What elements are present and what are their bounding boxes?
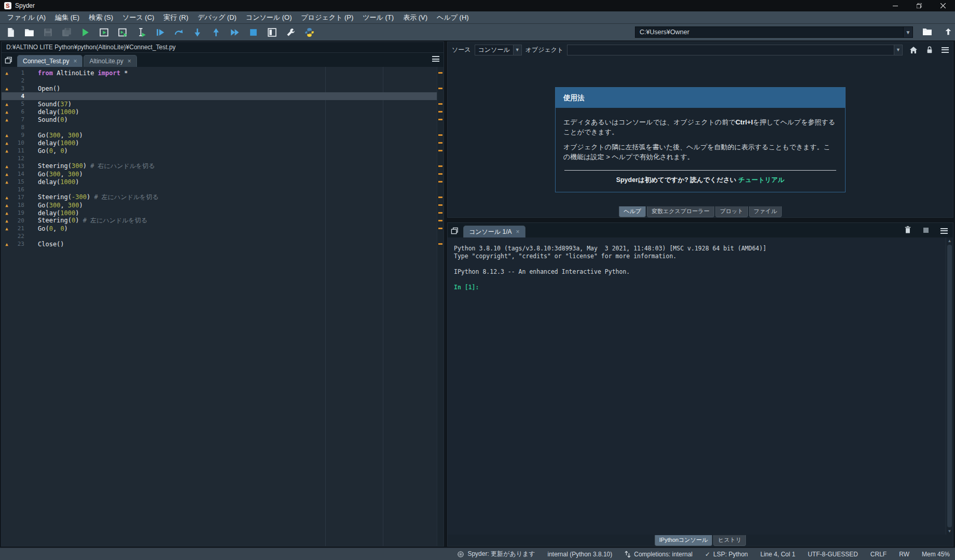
home-icon[interactable] bbox=[909, 46, 918, 54]
menu-item-10[interactable]: ヘルプ (H) bbox=[432, 11, 474, 23]
warning-flag[interactable] bbox=[438, 220, 442, 221]
warning-flag[interactable] bbox=[438, 204, 442, 206]
help-area-tab-0[interactable]: ヘルプ bbox=[619, 206, 646, 217]
python-env-button[interactable] bbox=[303, 25, 315, 39]
warning-flag[interactable] bbox=[438, 103, 442, 105]
code-line-17[interactable]: ▲17Steering(-300) # 左にハンドルを切る bbox=[2, 193, 437, 201]
code-line-18[interactable]: ▲18Go(300, 300) bbox=[2, 201, 437, 209]
close-button[interactable] bbox=[931, 0, 955, 11]
warning-flag[interactable] bbox=[438, 173, 442, 175]
code-line-22[interactable]: 22 bbox=[2, 232, 437, 240]
warning-flag[interactable] bbox=[438, 134, 442, 136]
help-object-combo[interactable]: ▼ bbox=[567, 45, 903, 55]
open-file-button[interactable] bbox=[23, 25, 35, 39]
menu-item-3[interactable]: ソース (C) bbox=[118, 11, 159, 23]
menu-item-4[interactable]: 実行 (R) bbox=[159, 11, 193, 23]
editor-options-menu-icon[interactable] bbox=[432, 56, 439, 62]
menu-item-7[interactable]: プロジェクト (P) bbox=[297, 11, 358, 23]
code-line-15[interactable]: ▲15delay(1000) bbox=[2, 178, 437, 186]
code-line-4[interactable]: 4 bbox=[2, 92, 437, 100]
minimize-button[interactable] bbox=[883, 0, 907, 11]
browse-tabs-icon[interactable] bbox=[2, 53, 15, 67]
code-line-3[interactable]: ▲3Open() bbox=[2, 85, 437, 92]
code-line-12[interactable]: 12 bbox=[2, 155, 437, 162]
warning-flag[interactable] bbox=[438, 165, 442, 167]
help-source-combo[interactable]: コンソール ▼ bbox=[475, 45, 522, 55]
stop-button[interactable] bbox=[247, 25, 259, 39]
tutorial-link[interactable]: チュートリアル bbox=[738, 176, 784, 184]
menu-item-9[interactable]: 表示 (V) bbox=[398, 11, 432, 23]
warning-flag[interactable] bbox=[438, 88, 442, 89]
console-area-tab-1[interactable]: ヒストリ bbox=[713, 535, 746, 546]
help-area-tab-1[interactable]: 変数エクスプローラー bbox=[647, 206, 714, 217]
console-options-menu-icon[interactable] bbox=[940, 228, 948, 234]
restore-button[interactable] bbox=[907, 0, 931, 11]
code-line-1[interactable]: ▲1from AltinoLite import * bbox=[2, 69, 437, 77]
code-line-5[interactable]: ▲5Sound(37) bbox=[2, 100, 437, 108]
lock-icon[interactable] bbox=[926, 46, 933, 54]
status-update[interactable]: Spyder: 更新があります bbox=[457, 550, 535, 558]
code-line-19[interactable]: ▲19delay(1000) bbox=[2, 209, 437, 217]
menu-item-8[interactable]: ツール (T) bbox=[358, 11, 398, 23]
scroll-up-icon[interactable]: ▲ bbox=[946, 237, 953, 244]
editor-tab-0[interactable]: Connect_Test.py× bbox=[17, 55, 82, 67]
warning-flag[interactable] bbox=[438, 111, 442, 113]
console-prompt-line[interactable]: In [1]: bbox=[454, 284, 946, 291]
code-line-13[interactable]: ▲13Steering(300) # 右にハンドルを切る bbox=[2, 162, 437, 170]
console-output[interactable]: Python 3.8.10 (tags/v3.8.10:3d8993a, May… bbox=[448, 237, 946, 535]
step-into-button[interactable] bbox=[191, 25, 203, 39]
editor-tab-1[interactable]: AltinoLite.py× bbox=[84, 55, 136, 67]
code-line-2[interactable]: 2 bbox=[2, 77, 437, 85]
status-interpreter[interactable]: internal (Python 3.8.10) bbox=[548, 551, 613, 558]
code-line-23[interactable]: ▲23Close() bbox=[2, 240, 437, 248]
warning-flag[interactable] bbox=[438, 197, 442, 198]
code-line-8[interactable]: 8 bbox=[2, 123, 437, 131]
browse-tabs-icon[interactable] bbox=[448, 224, 461, 237]
working-directory-dropdown-icon[interactable]: ▼ bbox=[903, 27, 912, 37]
help-options-menu-icon[interactable] bbox=[942, 47, 949, 53]
debug-button[interactable] bbox=[154, 25, 166, 39]
continue-button[interactable] bbox=[228, 25, 241, 39]
run-button[interactable] bbox=[79, 25, 91, 39]
code-line-20[interactable]: ▲20Steering(0) # 左にハンドルを切る bbox=[2, 217, 437, 225]
code-line-14[interactable]: ▲14Go(300, 300) bbox=[2, 170, 437, 178]
warning-flag[interactable] bbox=[438, 142, 442, 144]
browse-working-directory-button[interactable] bbox=[922, 27, 932, 38]
code-line-16[interactable]: 16 bbox=[2, 186, 437, 193]
scrollbar-thumb[interactable] bbox=[947, 245, 952, 527]
close-icon[interactable]: × bbox=[516, 228, 519, 235]
code-editor[interactable]: ▲1from AltinoLite import *2▲3Open()4▲5So… bbox=[2, 67, 444, 546]
trash-icon[interactable] bbox=[904, 226, 911, 236]
menu-item-2[interactable]: 検索 (S) bbox=[84, 11, 118, 23]
menu-item-1[interactable]: 編集 (E) bbox=[50, 11, 84, 23]
code-line-10[interactable]: ▲10delay(1000) bbox=[2, 139, 437, 147]
editor-scrollflag[interactable] bbox=[437, 67, 444, 546]
warning-flag[interactable] bbox=[438, 150, 442, 151]
working-directory-combo[interactable]: C:¥Users¥Owner ▼ bbox=[635, 26, 913, 38]
run-selection-button[interactable] bbox=[135, 25, 147, 39]
code-line-7[interactable]: ▲7Sound(0) bbox=[2, 116, 437, 123]
maximize-pane-button[interactable] bbox=[266, 25, 278, 39]
status-lsp[interactable]: ✓ LSP: Python bbox=[705, 551, 748, 558]
console-tab[interactable]: コンソール 1/A× bbox=[463, 226, 525, 237]
parent-directory-button[interactable] bbox=[944, 27, 952, 38]
close-icon[interactable]: × bbox=[73, 58, 77, 65]
run-cell-button[interactable] bbox=[98, 25, 110, 39]
preferences-button[interactable] bbox=[284, 25, 297, 39]
scroll-down-icon[interactable]: ▼ bbox=[946, 528, 953, 535]
run-cell-advance-button[interactable] bbox=[116, 25, 129, 39]
help-area-tab-3[interactable]: ファイル bbox=[749, 206, 782, 217]
warning-flag[interactable] bbox=[438, 72, 442, 74]
step-over-button[interactable] bbox=[172, 25, 185, 39]
warning-flag[interactable] bbox=[438, 181, 442, 183]
menu-item-6[interactable]: コンソール (O) bbox=[241, 11, 297, 23]
interrupt-kernel-icon[interactable] bbox=[923, 226, 929, 235]
new-file-button[interactable] bbox=[4, 25, 17, 39]
status-completions[interactable]: Completions: internal bbox=[625, 551, 693, 558]
console-area-tab-0[interactable]: IPythonコンソール bbox=[655, 535, 712, 546]
chevron-down-icon[interactable]: ▼ bbox=[894, 45, 902, 55]
help-area-tab-2[interactable]: プロット bbox=[715, 206, 748, 217]
code-line-11[interactable]: ▲11Go(0, 0) bbox=[2, 147, 437, 155]
code-line-21[interactable]: ▲21Go(0, 0) bbox=[2, 225, 437, 232]
menu-item-5[interactable]: デバッグ (D) bbox=[193, 11, 241, 23]
